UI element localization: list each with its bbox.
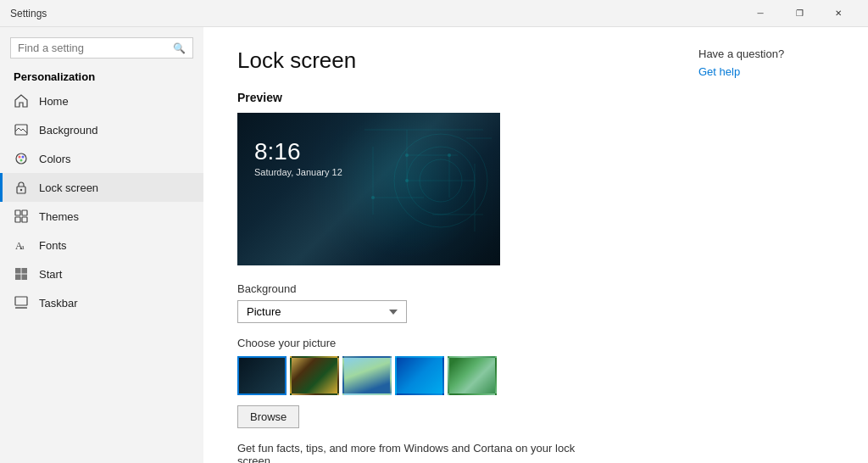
svg-rect-9 <box>15 217 20 222</box>
sidebar-item-home[interactable]: Home <box>0 86 203 115</box>
taskbar-icon <box>14 295 29 310</box>
lockscreen-icon <box>14 180 29 195</box>
close-button[interactable]: ✕ <box>819 0 858 27</box>
sidebar-item-home-label: Home <box>39 95 69 108</box>
svg-text:a: a <box>21 243 25 251</box>
app-body: 🔍 Personalization Home Background <box>0 27 868 463</box>
title-bar-controls: ─ ❐ ✕ <box>741 0 858 27</box>
background-section-label: Background <box>237 282 648 295</box>
sidebar-item-colors-label: Colors <box>39 153 71 165</box>
svg-rect-18 <box>15 307 27 309</box>
get-help-link[interactable]: Get help <box>698 65 740 78</box>
picture-thumb-4[interactable] <box>395 356 444 395</box>
preview-label: Preview <box>237 91 648 104</box>
svg-rect-16 <box>22 275 28 281</box>
svg-point-1 <box>16 153 26 164</box>
help-panel: Have a question? Get help <box>682 27 868 463</box>
sidebar-item-start-label: Start <box>39 268 62 281</box>
title-bar: Settings ─ ❐ ✕ <box>0 0 868 27</box>
svg-rect-10 <box>22 217 27 222</box>
sidebar-item-themes[interactable]: Themes <box>0 202 203 231</box>
sidebar-item-lockscreen-label: Lock screen <box>39 181 98 194</box>
picture-thumb-1[interactable] <box>237 356 287 395</box>
picture-thumb-3[interactable] <box>342 356 392 395</box>
preview-time-info: 8:16 Saturday, January 12 <box>254 138 342 177</box>
lock-screen-preview: 8:16 Saturday, January 12 <box>237 113 500 265</box>
title-bar-text: Settings <box>10 8 47 20</box>
choose-picture-label: Choose your picture <box>237 337 648 349</box>
background-icon <box>14 122 29 137</box>
sidebar-item-start[interactable]: Start <box>0 259 203 288</box>
svg-rect-17 <box>15 297 27 305</box>
fonts-icon: A a <box>14 237 29 253</box>
sidebar-item-fonts-label: Fonts <box>39 239 67 252</box>
svg-point-6 <box>20 189 22 191</box>
minimize-button[interactable]: ─ <box>741 0 780 27</box>
picture-thumb-2[interactable] <box>290 356 339 395</box>
search-icon: 🔍 <box>173 42 186 54</box>
sidebar-item-taskbar[interactable]: Taskbar <box>0 288 203 317</box>
svg-rect-7 <box>15 210 20 215</box>
main-content: Lock screen Preview <box>203 27 682 463</box>
svg-point-2 <box>19 156 21 159</box>
picture-grid <box>237 356 648 395</box>
svg-point-4 <box>20 159 23 162</box>
personalization-label: Personalization <box>0 65 203 86</box>
maximize-button[interactable]: ❐ <box>780 0 819 27</box>
browse-button[interactable]: Browse <box>237 405 299 428</box>
page-title: Lock screen <box>237 47 648 74</box>
svg-point-3 <box>22 156 25 159</box>
sidebar-item-fonts[interactable]: A a Fonts <box>0 231 203 259</box>
svg-rect-15 <box>15 275 21 281</box>
sidebar: 🔍 Personalization Home Background <box>0 27 203 463</box>
sidebar-item-colors[interactable]: Colors <box>0 144 203 173</box>
sidebar-item-taskbar-label: Taskbar <box>39 297 78 310</box>
preview-date: Saturday, January 12 <box>254 167 342 177</box>
themes-icon <box>14 209 29 224</box>
start-icon <box>14 266 29 282</box>
preview-time: 8:16 <box>254 138 342 165</box>
search-box[interactable]: 🔍 <box>10 37 193 59</box>
facts-text: Get fun facts, tips, and more from Windo… <box>237 442 593 463</box>
background-dropdown[interactable]: Picture Windows spotlight Slideshow <box>237 300 407 323</box>
colors-icon <box>14 151 29 166</box>
search-input[interactable] <box>18 42 173 54</box>
sidebar-item-themes-label: Themes <box>39 210 79 223</box>
picture-thumb-5[interactable] <box>448 356 497 395</box>
home-icon <box>14 93 29 109</box>
preview-overlay: 8:16 Saturday, January 12 <box>237 113 500 265</box>
help-question: Have a question? <box>698 47 851 60</box>
sidebar-item-lockscreen[interactable]: Lock screen <box>0 173 203 202</box>
svg-rect-14 <box>22 268 28 274</box>
svg-rect-8 <box>22 210 27 215</box>
sidebar-item-background-label: Background <box>39 124 97 137</box>
svg-rect-13 <box>15 268 21 274</box>
sidebar-item-background[interactable]: Background <box>0 115 203 144</box>
